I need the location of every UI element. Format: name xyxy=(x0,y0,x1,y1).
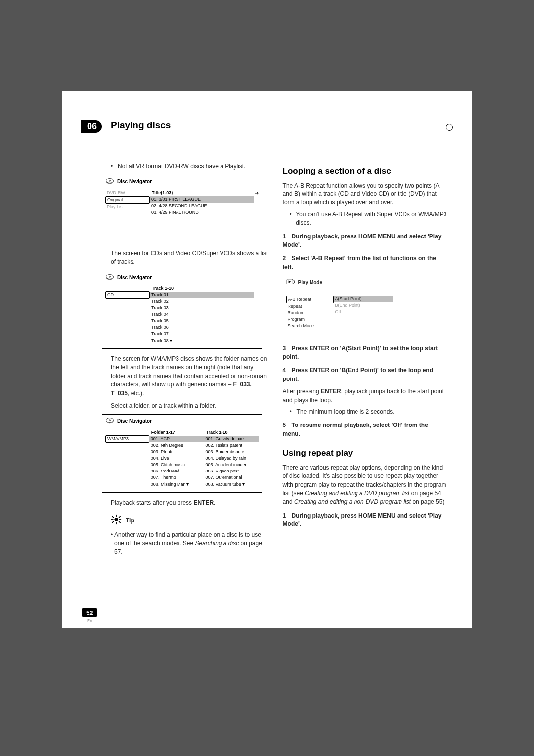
osd-row: Track 07 xyxy=(150,331,254,337)
osd-play-mode: Play Mode A-B Repeat Repeat Random Progr… xyxy=(283,276,436,338)
chapter-title: Playing discs xyxy=(111,120,171,130)
play-left-row: Random xyxy=(286,310,334,316)
svg-point-0 xyxy=(106,179,114,183)
svg-point-6 xyxy=(114,518,118,521)
osd-title: Disc Navigator xyxy=(117,274,152,282)
osd-row: Track 05 xyxy=(150,318,254,324)
left-column: • Not all VR format DVD-RW discs have a … xyxy=(92,161,268,560)
arrow-right-icon: ➔ xyxy=(255,190,259,197)
svg-rect-13 xyxy=(112,521,114,523)
repeat-intro: There are various repeat play options, d… xyxy=(283,464,447,507)
osd-folder-row: 001. ACP xyxy=(149,436,204,442)
osd-row: Track 04 xyxy=(150,311,254,318)
svg-point-3 xyxy=(109,276,110,277)
step-2: 2Select 'A-B Repeat' from the list of fu… xyxy=(283,254,447,272)
after-enter: After pressing ENTER, playback jumps bac… xyxy=(283,387,447,405)
svg-point-2 xyxy=(106,274,114,279)
svg-rect-7 xyxy=(116,515,117,517)
osd-folder-row: 002. Nth Degree xyxy=(149,442,204,449)
svg-rect-10 xyxy=(119,519,122,520)
loop-intro: The A-B Repeat function allows you to sp… xyxy=(283,182,447,207)
play-left-row: Program xyxy=(286,316,334,323)
play-left-row: Search Mode xyxy=(286,323,334,329)
playback-start-line: Playback starts after you press ENTER. xyxy=(111,499,268,507)
bullet-dot: • xyxy=(290,210,296,228)
osd-playlist: Play List xyxy=(105,204,150,210)
bullet-text: The minimum loop time is 2 seconds. xyxy=(297,408,395,416)
bullet-dot: • xyxy=(111,162,118,171)
step-1: 1During playback, press HOME MENU and se… xyxy=(283,233,447,250)
osd-left-label: CD xyxy=(105,291,150,299)
page-lang: En xyxy=(87,618,92,623)
osd-track-row: 006. Pigeon post xyxy=(204,468,259,474)
osd-track-row: 005. Accident incident xyxy=(204,462,259,468)
osd-folder-row: 008. Missing Man▾ xyxy=(149,481,204,488)
svg-point-4 xyxy=(106,418,114,423)
svg-rect-8 xyxy=(116,522,117,525)
heading-repeat: Using repeat play xyxy=(283,447,447,460)
osd-row: 02. 4/28 SECOND LEAGUE xyxy=(150,203,254,209)
osd-folder-row: 003. Pfeuti xyxy=(149,449,204,455)
heading-looping: Looping a section of a disc xyxy=(283,165,447,178)
bullet-dot: • xyxy=(290,408,297,416)
step-5: 5To resume normal playback, select 'Off'… xyxy=(283,421,447,438)
osd-track-row: 003. Border dispute xyxy=(204,449,259,455)
svg-point-5 xyxy=(109,420,110,421)
osd-right-header: Track 1-10 xyxy=(204,429,229,435)
osd-track-row: 008. Vacuum tube▾ xyxy=(204,481,259,488)
chapter-header-endcap xyxy=(446,124,453,131)
svg-rect-11 xyxy=(112,516,114,518)
right-column: Looping a section of a disc The A-B Repe… xyxy=(283,161,447,560)
play-right-row: A(Start Point) xyxy=(334,296,393,302)
osd-row: Track 01 xyxy=(150,292,254,298)
osd-disc-navigator-cd: Disc Navigator CD Track 1-10 Track 01 Tr… xyxy=(102,271,262,349)
bullet-text: You can't use A-B Repeat with Super VCDs… xyxy=(296,210,447,228)
disc-icon xyxy=(105,273,114,283)
cd-paragraph: The screen for CDs and Video CD/Super VC… xyxy=(111,249,268,267)
osd-row: Track 06 xyxy=(150,324,254,331)
tip-text: Another way to find a particular place o… xyxy=(114,531,268,557)
osd-folder-row: 004. Live xyxy=(149,455,204,462)
osd-title: Play Mode xyxy=(298,279,322,286)
step-4: 4Press ENTER on 'B(End Point)' to set th… xyxy=(283,366,447,383)
osd-row: Track 03 xyxy=(150,305,254,311)
svg-marker-16 xyxy=(288,281,291,283)
svg-point-1 xyxy=(109,180,110,181)
arrow-down-icon: ▾ xyxy=(170,337,172,345)
page-number-badge: 52 xyxy=(82,608,97,617)
wma-paragraph: The screen for WMA/MP3 discs shows the f… xyxy=(111,355,268,398)
disc-icon xyxy=(105,177,114,187)
tip-header: Tip xyxy=(111,514,268,527)
osd-track-row: 007. Outernational xyxy=(204,474,259,481)
osd-row: 03. 4/29 FINAL ROUND xyxy=(150,209,254,216)
page: 06 Playing discs • Not all VR format DVD… xyxy=(62,91,472,628)
osd-track-row: 002. Tesla's patent xyxy=(204,442,259,449)
svg-rect-14 xyxy=(119,521,121,523)
osd-row: Track 02 xyxy=(150,298,254,305)
bullet-vr-note: • Not all VR format DVD-RW discs have a … xyxy=(111,162,268,171)
osd-mid-header: Title(1-03) xyxy=(150,190,175,196)
osd-track-row: 001. Gravity deluxe xyxy=(204,436,259,442)
play-right-row: Off xyxy=(334,309,393,315)
osd-disc-navigator-wmamp3: Disc Navigator WMA/MP3 Folder 1-17 001. … xyxy=(102,414,262,492)
step-3: 3Press ENTER on 'A(Start Point)' to set … xyxy=(283,344,447,362)
osd-mid-header: Folder 1-17 xyxy=(149,429,177,435)
tip-bullet: • Another way to find a particular place… xyxy=(111,531,268,557)
osd-row: Track 08▾ xyxy=(150,337,254,345)
osd-left-label: WMA/MP3 xyxy=(105,435,149,443)
loop-bullet: • You can't use A-B Repeat with Super VC… xyxy=(290,210,447,228)
gear-icon xyxy=(111,514,122,527)
select-folder-paragraph: Select a folder, or a track within a fol… xyxy=(111,402,268,410)
play-left-row: Repeat xyxy=(286,303,334,310)
svg-rect-9 xyxy=(111,519,114,520)
osd-original: Original xyxy=(105,196,150,204)
play-left-row: A-B Repeat xyxy=(286,296,334,303)
osd-left-label: DVD-RW xyxy=(105,190,150,196)
osd-mid-header: Track 1-10 xyxy=(150,285,176,291)
osd-folder-row: 005. Glitch music xyxy=(149,462,204,468)
arrow-down-icon: ▾ xyxy=(242,481,245,488)
bullet-text: Not all VR format DVD-RW discs have a Pl… xyxy=(118,162,246,171)
play-mode-icon xyxy=(286,278,295,287)
osd-folder-row: 006. CodHead xyxy=(149,468,204,474)
arrow-down-icon: ▾ xyxy=(186,481,189,488)
